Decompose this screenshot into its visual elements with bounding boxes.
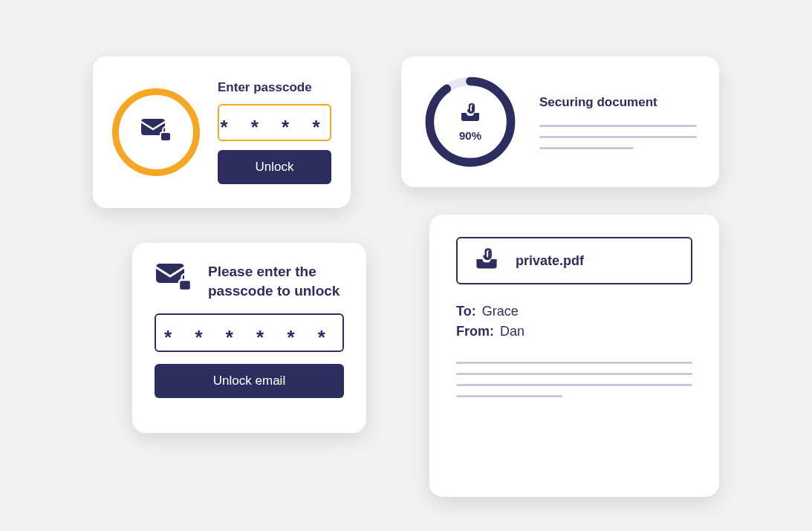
passcode-input[interactable]: * * * * * * [155,313,344,352]
inbox-attachment-icon [474,247,499,274]
placeholder-lines [456,362,692,397]
passcode-card-large: Please enter the passcode to unlock * * … [132,243,366,433]
file-attachment[interactable]: private.pdf [456,237,692,284]
envelope-lock-icon [140,117,172,147]
progress-ring: 90% [423,75,517,169]
progress-percent-label: 90% [459,129,481,142]
unlock-button[interactable]: Unlock [218,150,331,184]
securing-document-card: 90% Securing document [401,56,719,187]
placeholder-lines [539,125,697,149]
securing-title: Securing document [539,95,697,110]
document-card: private.pdf To:Grace From:Dan [429,215,719,497]
passcode-title: Please enter the passcode to unlock [208,262,344,300]
svg-rect-1 [160,132,171,141]
svg-rect-3 [179,280,191,290]
inbox-attachment-icon [459,102,481,126]
passcode-title: Enter passcode [218,80,331,95]
unlock-email-button[interactable]: Unlock email [155,364,344,398]
from-field: From:Dan [456,324,692,339]
passcode-input[interactable]: * * * * [218,104,331,141]
accent-ring [112,88,200,176]
filename: private.pdf [516,253,584,269]
to-field: To:Grace [456,304,692,319]
envelope-lock-icon [155,262,193,298]
passcode-card-small: Enter passcode * * * * Unlock [93,56,351,208]
